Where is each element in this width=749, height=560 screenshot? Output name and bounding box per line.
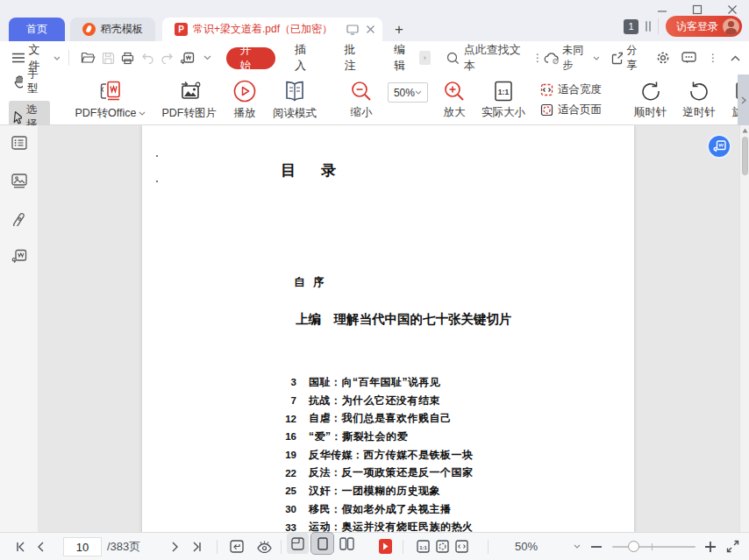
notification-count-badge[interactable]: 1 [624,19,638,34]
actual-size-button[interactable]: 1:1 实际大小 [474,80,533,120]
single-page-view-button[interactable] [311,533,333,554]
bookmarks-panel-icon[interactable] [9,132,30,153]
back-to-position-button[interactable] [226,533,247,560]
hand-tool-button[interactable]: 手型 [9,65,50,98]
redo-icon[interactable] [158,47,178,68]
toc-entry-title: 自虐：我们总是喜欢作贱自己 [309,411,452,426]
ribbon-tab-start-label: 开始 [240,42,261,74]
guest-login-label: 访客登录 [676,19,718,34]
toc-row: 3 国耻：向“百年国耻”说再见 [142,373,634,392]
status-bar: /383页 1:1 50% [0,532,749,560]
document-title: 目 录 [281,160,341,181]
zoom-out-button[interactable]: 缩小 [342,80,381,120]
zoom-slider-tick [652,543,653,550]
share-button[interactable]: 分享 [610,43,645,73]
search-more-icon[interactable]: ⋮ [532,52,544,64]
page-number-input[interactable] [63,537,102,556]
sync-status[interactable]: 未同步 [544,43,599,73]
fullscreen-toggle-icon[interactable] [723,533,742,560]
zoom-in-button[interactable]: 放大 [435,80,474,120]
pdf-to-office-button[interactable]: PDF转Office [68,79,154,121]
pdf-convert-float-button[interactable] [707,134,731,159]
tab-close-icon[interactable] [366,25,375,34]
toolbar-expand-button[interactable] [738,74,749,125]
play-button[interactable]: 播放 [225,79,265,121]
new-tab-button[interactable]: + [382,18,416,41]
tab-document[interactable]: P 常识+梁文道着.pdf（已加密） [162,18,382,41]
fit-page-label: 适合页面 [558,103,602,117]
chevron-down-icon[interactable] [197,47,218,68]
document-area: 目 录 自 序 上编 理解当代中国的七十张关键切片 3 国耻：向“百年国耻”说再… [0,125,749,532]
tab-docer-label: 稻壳模板 [101,22,143,37]
zoom-slider-knob[interactable] [628,541,639,552]
ribbon-tab-start[interactable]: 开始 [226,47,275,69]
edit-expand-icon[interactable]: › [419,51,431,65]
fullscreen-play-button[interactable] [376,533,394,560]
rotate-counterclockwise-button[interactable]: 逆时针 [674,80,724,120]
zoom-plus-button[interactable] [703,533,717,560]
ribbon-tab-edit[interactable]: 编辑 [380,42,418,74]
export-panel-icon[interactable] [9,245,30,266]
pin-to-desktop-icon[interactable] [346,25,359,35]
vertical-scrollbar[interactable] [739,125,749,532]
zoom-minus-button[interactable] [589,533,603,560]
scroll-up-icon[interactable] [742,128,748,133]
open-file-icon[interactable] [78,47,98,68]
pdf-to-image-icon [176,79,203,103]
rotate-clockwise-button[interactable]: 顺时针 [626,80,675,120]
fit-width-icon [540,83,553,96]
actual-size-status-button[interactable]: 1:1 [413,533,432,560]
guest-login-button[interactable]: 访客登录 [666,16,742,37]
zoom-level-combobox[interactable]: 50% [388,82,428,103]
fit-page-icon [540,103,553,117]
hand-icon [12,74,23,89]
print-icon[interactable] [118,47,139,68]
scrollbar-thumb[interactable] [742,137,748,175]
tab-docer[interactable]: 稻壳模板 [70,18,155,41]
undo-icon[interactable] [138,47,158,68]
zoom-percentage-label[interactable]: 50% [504,533,548,560]
divider [281,540,282,554]
find-text-button[interactable]: 点此查找文本 ⋮ [446,42,544,74]
signature-pen-icon[interactable] [9,208,30,229]
toc-entry-title: 反华传媒：西方传媒不是铁板一块 [309,448,474,463]
thumbnails-panel-icon[interactable] [9,170,30,191]
pdf-to-image-button[interactable]: PDF转图片 [153,79,225,121]
reading-mode-button[interactable]: 阅读模式 [265,79,325,121]
previous-page-button[interactable] [33,533,47,560]
export-convert-icon[interactable] [177,47,197,68]
feedback-comment-icon[interactable] [681,52,696,64]
cursor-arrow-icon [12,110,22,124]
divider [68,50,69,66]
fit-page-status-button[interactable] [432,533,452,560]
pdf-file-icon: P [175,23,188,36]
play-circle-icon [232,79,257,103]
two-page-view-button[interactable] [336,533,358,554]
open-book-icon [281,79,309,103]
eye-protection-button[interactable] [253,533,275,560]
save-icon[interactable] [98,47,118,68]
magnifier-minus-icon [350,80,373,103]
next-page-button[interactable] [168,533,182,560]
docer-icon [82,23,96,36]
cloud-sync-icon [544,52,559,65]
ribbon-tab-insert[interactable]: 插入 [281,42,330,74]
toc-list: 3 国耻：向“百年国耻”说再见 7 抗战：为什么它还没有结束 12 自虐：我们总… [142,373,634,532]
chevron-down-icon [415,90,422,95]
fit-width-button[interactable]: 适合宽度 [540,82,602,97]
settings-gear-icon[interactable] [656,51,670,65]
collapse-ribbon-icon[interactable] [731,55,740,61]
hand-tool-label: 手型 [27,67,43,96]
continuous-view-button[interactable] [287,533,309,554]
first-page-button[interactable] [11,533,28,560]
tab-home[interactable]: 首页 [9,18,65,41]
zoom-slider-track[interactable] [612,546,696,548]
fit-page-button[interactable]: 适合页面 [540,103,602,117]
pdf-page[interactable]: 目 录 自 序 上编 理解当代中国的七十张关键切片 3 国耻：向“百年国耻”说再… [142,125,634,532]
zoom-dropdown-icon[interactable] [572,533,582,560]
last-page-button[interactable] [189,533,207,560]
toc-page-number: 7 [142,395,296,406]
more-options-icon[interactable]: ⋮ [708,52,719,64]
ribbon-tab-annotate[interactable]: 批注 [331,42,380,74]
fit-width-status-button[interactable] [452,533,471,560]
